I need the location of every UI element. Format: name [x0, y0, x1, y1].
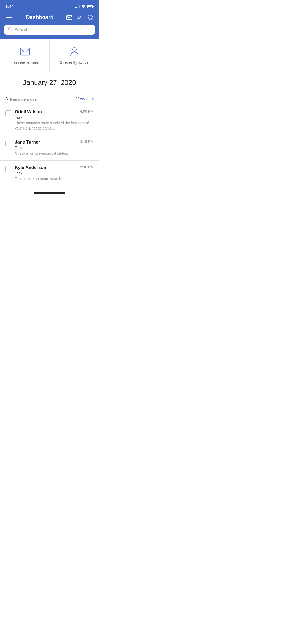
task-type: Task	[15, 146, 94, 150]
task-description: Check in on pre-approval status.	[15, 151, 94, 156]
reminders-count: 3 Reminders due	[5, 96, 37, 102]
chevron-right-icon	[92, 98, 94, 101]
status-bar: 1:44	[0, 0, 99, 12]
task-type: Task	[15, 115, 94, 119]
home-bar	[34, 192, 65, 194]
person-icon	[70, 47, 79, 57]
recently-active-label: 1 recently active	[60, 60, 88, 65]
task-time: 4:00 PM	[80, 109, 94, 113]
unread-emails-label: 4 unread emails	[11, 60, 39, 65]
task-content: Jane Turner 4:15 PM Task Check in on pre…	[15, 140, 94, 156]
menu-button[interactable]	[5, 15, 13, 20]
task-name: Odell Wilson	[15, 109, 42, 114]
recently-active-stat[interactable]: 1 recently active	[50, 39, 99, 72]
reminders-header: 3 Reminders due View all	[0, 93, 99, 105]
task-item[interactable]: Kyle Anderson 5:30 PM Task Touch base on…	[0, 161, 99, 186]
date-heading: January 27, 2020	[5, 79, 94, 87]
task-checkbox[interactable]	[5, 166, 11, 172]
battery-icon	[87, 5, 94, 8]
task-item[interactable]: Odell Wilson 4:00 PM Task These contacts…	[0, 105, 99, 135]
task-description: Touch base on home search	[15, 176, 94, 182]
date-section: January 27, 2020	[0, 72, 99, 93]
task-checkbox[interactable]	[5, 110, 11, 116]
envelope-icon	[20, 47, 30, 57]
task-description: These contacts have received the last st…	[15, 121, 94, 131]
svg-rect-3	[20, 48, 29, 55]
email-button[interactable]	[66, 15, 72, 20]
task-name: Kyle Anderson	[15, 165, 46, 170]
alarm-button[interactable]	[88, 15, 94, 20]
task-content: Odell Wilson 4:00 PM Task These contacts…	[15, 109, 94, 131]
task-type: Task	[15, 171, 94, 175]
header: Dashboard	[0, 12, 99, 25]
reminders-count-number: 3	[5, 96, 8, 102]
task-item[interactable]: Jane Turner 4:15 PM Task Check in on pre…	[0, 135, 99, 161]
task-time: 4:15 PM	[80, 140, 94, 144]
status-icons	[75, 5, 94, 9]
view-all-button[interactable]: View all	[76, 97, 94, 102]
add-person-button[interactable]	[77, 15, 83, 20]
header-actions	[66, 15, 94, 20]
search-icon	[8, 27, 12, 33]
unread-emails-stat[interactable]: 4 unread emails	[0, 39, 50, 72]
page-title: Dashboard	[13, 14, 66, 20]
wifi-icon	[81, 5, 86, 9]
reminders-due-label: Reminders due	[10, 97, 37, 102]
task-checkbox[interactable]	[5, 141, 11, 146]
task-time: 5:30 PM	[80, 165, 94, 169]
status-time: 1:44	[5, 4, 14, 9]
search-container: Search	[0, 25, 99, 39]
signal-icon	[75, 5, 80, 8]
search-placeholder: Search	[14, 27, 29, 33]
task-content: Kyle Anderson 5:30 PM Task Touch base on…	[15, 165, 94, 182]
svg-rect-0	[67, 15, 72, 20]
home-indicator	[0, 186, 99, 196]
task-name: Jane Turner	[15, 140, 40, 145]
task-list: Odell Wilson 4:00 PM Task These contacts…	[0, 105, 99, 186]
view-all-label: View all	[76, 97, 91, 102]
search-bar[interactable]: Search	[4, 25, 95, 35]
stats-row: 4 unread emails 1 recently active	[0, 39, 99, 72]
svg-point-4	[73, 48, 76, 51]
